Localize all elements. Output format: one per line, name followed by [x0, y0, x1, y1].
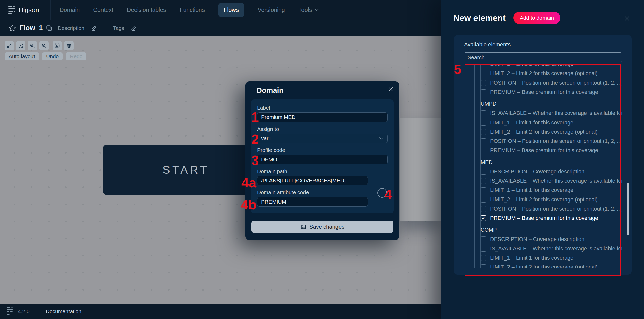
undo-button[interactable]: Undo [42, 52, 63, 60]
add-to-domain-button[interactable]: Add to domain [513, 12, 560, 24]
checkbox[interactable] [481, 264, 486, 268]
element-row[interactable]: DESCRIPTION – Coverage description [481, 235, 622, 244]
select-chevron-down-icon [379, 137, 384, 140]
start-node-label: START [162, 164, 209, 176]
nav-item-domain[interactable]: Domain [60, 3, 80, 17]
redo-button[interactable]: Redo [66, 52, 86, 60]
element-label: POSITION – Position on the screen or pri… [490, 206, 622, 212]
zoom-in-button[interactable] [28, 41, 37, 50]
copy-icon[interactable] [46, 25, 52, 31]
zoom-out-button[interactable] [39, 41, 49, 50]
element-label: PREMIUM – Base premium for this coverage [490, 147, 598, 154]
element-row[interactable]: IS_AVAILABLE – Whether this coverage is … [481, 244, 622, 253]
center-focus-button[interactable] [16, 41, 25, 50]
list-scrollbar-thumb[interactable] [627, 183, 629, 235]
element-row[interactable]: LIMIT_2 – Limit 2 for this coverage (opt… [481, 69, 622, 78]
brand[interactable]: Higson [0, 6, 50, 14]
profile-code-field-label: Profile code [257, 148, 388, 153]
footer-logo-icon [7, 307, 13, 315]
checkbox[interactable] [481, 169, 486, 175]
edit-description-icon[interactable] [91, 25, 97, 31]
element-row[interactable]: PREMIUM – Base premium for this coverage [481, 214, 622, 223]
selection-mode-button[interactable] [53, 41, 62, 50]
element-row[interactable]: POSITION – Position on the screen or pri… [481, 78, 622, 88]
nav-item-functions[interactable]: Functions [180, 3, 205, 17]
checkbox[interactable] [481, 255, 486, 261]
nav-item-tools[interactable]: Tools [298, 3, 319, 17]
nav-item-flows[interactable]: Flows [218, 3, 244, 17]
checkbox[interactable] [481, 206, 486, 212]
annotation-3: 3 [251, 153, 259, 167]
annotation-4: 4 [384, 187, 392, 201]
brand-name: Higson [19, 6, 39, 14]
tags-label: Tags [113, 25, 124, 31]
element-label: LIMIT_2 – Limit 2 for this coverage (opt… [490, 264, 598, 268]
documentation-link[interactable]: Documentation [46, 308, 81, 314]
domain-modal: Domain Label Assign to var1 Profile code… [245, 81, 399, 240]
element-row[interactable]: PREMIUM – Base premium for this coverage [481, 88, 622, 97]
annotation-1: 1 [251, 110, 259, 124]
element-row[interactable]: LIMIT_1 – Limit 1 for this coverage [481, 186, 622, 195]
delete-button[interactable] [64, 41, 74, 50]
checkbox[interactable] [481, 138, 486, 144]
element-label: POSITION – Position on the screen or pri… [490, 80, 622, 86]
annotation-4b: 4b [241, 198, 257, 211]
checkbox[interactable] [481, 187, 486, 193]
panel-close-icon[interactable] [624, 15, 630, 22]
element-group-header: MED [481, 155, 622, 167]
checkbox[interactable] [481, 197, 486, 203]
flow-header-bar: Flow_1 Description Tags [0, 20, 441, 36]
checkbox[interactable] [481, 120, 486, 126]
modal-close-icon[interactable] [388, 86, 394, 92]
element-row[interactable]: LIMIT_1 – Limit 1 for this coverage [481, 118, 622, 127]
checkbox[interactable] [481, 178, 486, 184]
element-row[interactable]: DESCRIPTION – Coverage description [481, 167, 622, 176]
label-input[interactable] [257, 112, 388, 122]
nav-item-decision-tables[interactable]: Decision tables [127, 3, 166, 17]
canvas-toolbar [5, 41, 74, 50]
checkbox[interactable] [481, 148, 486, 153]
element-row[interactable]: LIMIT_1 – Limit 1 for this coverage [481, 253, 622, 263]
profile-code-input[interactable] [257, 155, 388, 164]
checkbox[interactable] [481, 89, 486, 95]
auto-layout-button[interactable]: Auto layout [5, 52, 39, 60]
edit-tags-icon[interactable] [131, 25, 137, 31]
checkbox[interactable] [481, 236, 486, 242]
checkbox[interactable] [481, 71, 486, 76]
element-row[interactable]: POSITION – Position on the screen or pri… [481, 204, 622, 214]
element-row[interactable]: LIMIT_2 – Limit 2 for this coverage (opt… [481, 127, 622, 137]
element-row[interactable]: POSITION – Position on the screen or pri… [481, 137, 622, 146]
element-row[interactable]: LIMIT_2 – Limit 2 for this coverage (opt… [481, 195, 622, 204]
checkbox-checked[interactable] [481, 215, 486, 221]
domain-attribute-code-input[interactable] [257, 197, 368, 207]
element-row[interactable]: LIMIT_1 – Limit 1 for this coverage [481, 64, 622, 69]
nav-item-context[interactable]: Context [93, 3, 113, 17]
panel-title: New element [453, 13, 506, 23]
tree-guide-line [480, 64, 481, 268]
element-row[interactable]: IS_AVAILABLE – Whether this coverage is … [481, 109, 622, 118]
domain-path-input[interactable] [257, 176, 368, 185]
assign-to-select[interactable]: var1 [257, 134, 388, 143]
fit-view-button[interactable] [5, 41, 14, 50]
save-changes-button[interactable]: Save changes [251, 221, 393, 233]
flow-title: Flow_1 [20, 24, 43, 32]
nav-divider [50, 0, 51, 20]
element-row[interactable]: LIMIT_2 – Limit 2 for this coverage (opt… [481, 263, 622, 268]
available-elements-card: Available elements LIMIT_1 – Limit 1 for… [454, 35, 632, 275]
elements-list[interactable]: LIMIT_1 – Limit 1 for this coverageLIMIT… [465, 64, 622, 268]
checkbox[interactable] [481, 129, 486, 135]
checkbox[interactable] [481, 80, 486, 86]
element-row[interactable]: PREMIUM – Base premium for this coverage [481, 146, 622, 155]
checkbox[interactable] [481, 246, 486, 252]
assign-to-value: var1 [261, 135, 272, 141]
available-elements-label: Available elements [464, 41, 511, 48]
favorite-star-icon[interactable] [9, 24, 16, 32]
checkbox[interactable] [481, 110, 486, 116]
element-label: DESCRIPTION – Coverage description [490, 169, 584, 175]
search-input[interactable] [464, 52, 622, 62]
tree-guide-line [474, 64, 475, 268]
nav-item-versioning[interactable]: Versioning [258, 3, 285, 17]
checkbox[interactable] [481, 64, 486, 67]
element-row[interactable]: IS_AVAILABLE – Whether this coverage is … [481, 176, 622, 186]
domain-path-field-label: Domain path [257, 169, 388, 174]
